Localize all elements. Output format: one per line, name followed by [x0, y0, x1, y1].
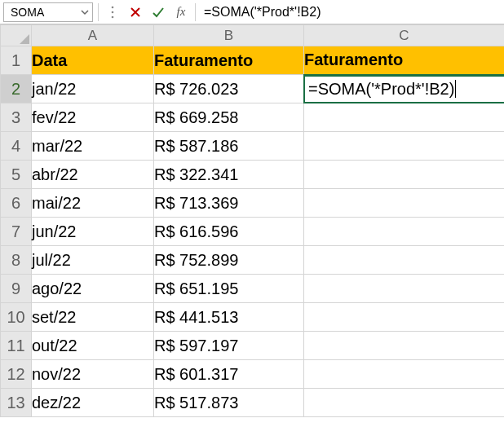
cell[interactable]: nov/22: [32, 360, 154, 389]
cell[interactable]: [304, 103, 505, 132]
cell[interactable]: [304, 246, 505, 275]
cancel-button[interactable]: [126, 3, 144, 21]
cell[interactable]: abr/22: [32, 161, 154, 189]
cell[interactable]: R$ 726.023: [154, 75, 304, 103]
row-header[interactable]: 3: [1, 103, 32, 132]
row-header[interactable]: 12: [1, 360, 32, 389]
svg-point-1: [112, 11, 114, 13]
cell-editor-text: =SOMA('*Prod*'!B2): [308, 80, 454, 99]
text-caret: [455, 80, 456, 98]
cell[interactable]: set/22: [32, 303, 154, 332]
row-header[interactable]: 13: [1, 389, 32, 417]
row-header[interactable]: 8: [1, 246, 32, 275]
cell[interactable]: Faturamento: [304, 46, 505, 75]
row-header[interactable]: 9: [1, 275, 32, 303]
cell[interactable]: jul/22: [32, 246, 154, 275]
vdots-icon[interactable]: [104, 3, 122, 21]
cell[interactable]: [304, 360, 505, 389]
cell[interactable]: jan/22: [32, 75, 154, 103]
cell[interactable]: R$ 322.341: [154, 161, 304, 189]
cell[interactable]: R$ 713.369: [154, 189, 304, 218]
cell[interactable]: [304, 332, 505, 360]
column-header-c[interactable]: C: [304, 25, 505, 46]
name-box[interactable]: SOMA: [3, 2, 93, 22]
select-all-corner[interactable]: [1, 25, 32, 46]
cell[interactable]: mai/22: [32, 189, 154, 218]
column-header-a[interactable]: A: [32, 25, 154, 46]
formula-bar: SOMA fx =SOMA('*Prod*'!B2): [0, 0, 504, 24]
cell[interactable]: [304, 132, 505, 161]
cell[interactable]: Data: [32, 46, 154, 75]
name-box-value: SOMA: [11, 6, 44, 19]
svg-point-0: [112, 6, 114, 8]
cell[interactable]: [304, 303, 505, 332]
cell[interactable]: out/22: [32, 332, 154, 360]
row-header[interactable]: 4: [1, 132, 32, 161]
cell-editor[interactable]: =SOMA('*Prod*'!B2): [303, 75, 504, 104]
cell[interactable]: [304, 275, 505, 303]
cell-editing[interactable]: =SOMA('*Prod*'!B2): [304, 75, 505, 103]
cell[interactable]: R$ 587.186: [154, 132, 304, 161]
fx-button[interactable]: fx: [172, 3, 190, 21]
svg-point-2: [112, 15, 114, 18]
spreadsheet-grid[interactable]: A B C 1 Data Faturamento Faturamento 2 j…: [0, 24, 504, 417]
cell[interactable]: mar/22: [32, 132, 154, 161]
enter-button[interactable]: [149, 3, 167, 21]
cell[interactable]: [304, 161, 505, 189]
column-header-b[interactable]: B: [154, 25, 304, 46]
row-header[interactable]: 5: [1, 161, 32, 189]
cell[interactable]: [304, 218, 505, 246]
formula-input[interactable]: =SOMA('*Prod*'!B2): [201, 2, 501, 22]
cell[interactable]: [304, 389, 505, 417]
row-header[interactable]: 10: [1, 303, 32, 332]
row-header[interactable]: 1: [1, 46, 32, 75]
cell[interactable]: fev/22: [32, 103, 154, 132]
cell[interactable]: R$ 616.596: [154, 218, 304, 246]
row-header[interactable]: 7: [1, 218, 32, 246]
row-header[interactable]: 11: [1, 332, 32, 360]
cell[interactable]: dez/22: [32, 389, 154, 417]
chevron-down-icon[interactable]: [81, 8, 89, 16]
row-header[interactable]: 6: [1, 189, 32, 218]
cell[interactable]: R$ 601.317: [154, 360, 304, 389]
cell[interactable]: R$ 669.258: [154, 103, 304, 132]
cell[interactable]: R$ 517.873: [154, 389, 304, 417]
separator: [195, 3, 196, 21]
separator: [98, 3, 99, 21]
cell[interactable]: R$ 651.195: [154, 275, 304, 303]
cell[interactable]: R$ 752.899: [154, 246, 304, 275]
cell[interactable]: Faturamento: [154, 46, 304, 75]
cell[interactable]: ago/22: [32, 275, 154, 303]
cell[interactable]: [304, 189, 505, 218]
fx-label: fx: [175, 5, 188, 19]
cell[interactable]: R$ 597.197: [154, 332, 304, 360]
cell[interactable]: jun/22: [32, 218, 154, 246]
row-header[interactable]: 2: [1, 75, 32, 103]
cell[interactable]: R$ 441.513: [154, 303, 304, 332]
